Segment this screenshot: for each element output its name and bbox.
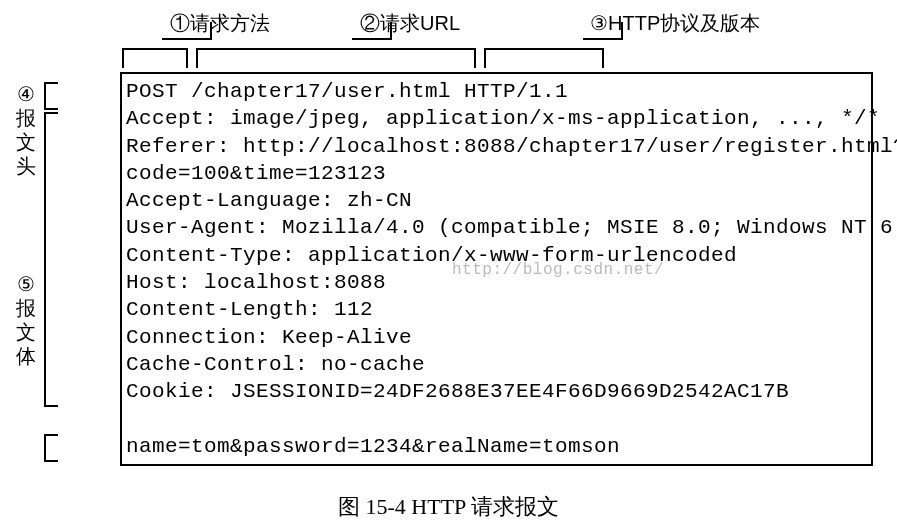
- top-callouts: ①请求方法 ②请求URL ③HTTP协议及版本: [120, 10, 887, 72]
- side-label-body-num: ⑤: [16, 272, 36, 296]
- http-request-diagram: ④ 报 文 头 ⑤ 报 文 体 ①请求方法 ②请求URL ③HTTP协议及版本 …: [0, 10, 897, 466]
- header-accept: Accept: image/jpeg, application/x-ms-app…: [126, 105, 867, 132]
- callout-url: ②请求URL: [360, 10, 460, 37]
- bracket-headers: [44, 112, 58, 407]
- side-label-body-c3: 体: [16, 344, 36, 368]
- header-referer-line2: code=100&time=123123: [126, 160, 867, 187]
- callout-protocol: ③HTTP协议及版本: [590, 10, 760, 37]
- request-line: POST /chapter17/user.html HTTP/1.1: [126, 78, 867, 105]
- watermark-text: http://blog.csdn.net/: [452, 260, 664, 281]
- bracket-protocol: [484, 48, 604, 68]
- http-message-box: http://blog.csdn.net/ POST /chapter17/us…: [120, 72, 873, 466]
- bracket-url: [196, 48, 476, 68]
- side-label-headers-c2: 文: [16, 130, 36, 154]
- header-content-length: Content-Length: 112: [126, 296, 867, 323]
- side-label-body: ⑤ 报 文 体: [16, 272, 36, 368]
- header-cache-control: Cache-Control: no-cache: [126, 351, 867, 378]
- header-connection: Connection: Keep-Alive: [126, 324, 867, 351]
- header-referer-line1: Referer: http://localhost:8088/chapter17…: [126, 133, 867, 160]
- request-protocol: HTTP/1.1: [464, 80, 568, 103]
- request-body: name=tom&password=1234&realName=tomson: [126, 433, 867, 460]
- side-label-headers-c1: 报: [16, 106, 36, 130]
- side-label-headers-num: ④: [16, 82, 36, 106]
- side-label-headers-c3: 头: [16, 154, 36, 178]
- side-label-body-c2: 文: [16, 320, 36, 344]
- bracket-body: [44, 434, 58, 462]
- side-label-headers: ④ 报 文 头: [16, 82, 36, 178]
- request-method: POST: [126, 80, 178, 103]
- header-accept-language: Accept-Language: zh-CN: [126, 187, 867, 214]
- bracket-request-line: [44, 82, 58, 110]
- blank-line: [126, 406, 867, 433]
- callout-method: ①请求方法: [170, 10, 270, 37]
- header-user-agent: User-Agent: Mozilla/4.0 (compatible; MSI…: [126, 214, 867, 241]
- request-url: /chapter17/user.html: [191, 80, 451, 103]
- figure-caption: 图 15-4 HTTP 请求报文: [0, 492, 897, 522]
- bracket-method: [122, 48, 188, 68]
- header-cookie: Cookie: JSESSIONID=24DF2688E37EE4F66D966…: [126, 378, 867, 405]
- side-label-body-c1: 报: [16, 296, 36, 320]
